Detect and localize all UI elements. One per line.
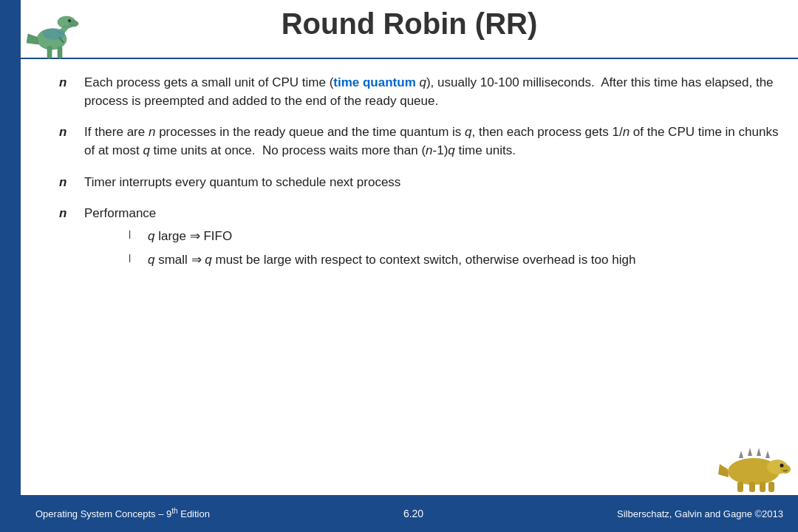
footer-superscript: th xyxy=(171,507,177,515)
bullet-marker-3: n xyxy=(59,174,71,192)
bullet-marker-4: n xyxy=(59,205,71,223)
title-rule xyxy=(21,58,798,59)
bullet-text-2: If there are n processes in the ready qu… xyxy=(84,123,783,160)
svg-marker-16 xyxy=(757,448,761,456)
bullet-text-1: Each process gets a small unit of CPU ti… xyxy=(84,74,783,110)
slide-title: Round Robin (RR) xyxy=(21,7,798,41)
highlight-time-quantum: time quantum xyxy=(333,75,415,89)
sub-bullet-marker-1: l xyxy=(129,228,136,242)
bullet-marker-1: n xyxy=(59,74,71,92)
left-accent-bar xyxy=(0,0,21,532)
footer-left-text: Operating System Concepts – 9th Edition xyxy=(35,507,210,519)
bullet-item-3: n Timer interrupts every quantum to sche… xyxy=(37,174,783,192)
performance-label: Performance xyxy=(84,206,156,220)
slide-title-container: Round Robin (RR) xyxy=(21,7,798,41)
sub-bullet-item-2: l q small ⇒ q must be large with respect… xyxy=(84,251,783,270)
bullet-text-3: Timer interrupts every quantum to schedu… xyxy=(84,174,783,192)
sub-bullet-item-1: l q large ⇒ FIFO xyxy=(84,228,783,246)
slide-content: n Each process gets a small unit of CPU … xyxy=(37,74,783,488)
bullet-text-4: Performance l q large ⇒ FIFO l q small ⇒… xyxy=(84,205,783,276)
bullet-marker-2: n xyxy=(59,123,71,142)
svg-marker-15 xyxy=(748,448,752,456)
svg-rect-20 xyxy=(760,482,765,492)
svg-rect-19 xyxy=(749,482,755,492)
svg-rect-5 xyxy=(47,47,52,58)
bottom-dinosaur-image xyxy=(717,436,791,495)
footer-center-text: 6.20 xyxy=(403,508,423,519)
svg-marker-13 xyxy=(718,464,729,477)
bullet-item-1: n Each process gets a small unit of CPU … xyxy=(37,74,783,110)
sub-bullet-list: l q large ⇒ FIFO l q small ⇒ q must be l… xyxy=(84,228,783,270)
bullet-list: n Each process gets a small unit of CPU … xyxy=(37,74,783,276)
sub-bullet-marker-2: l xyxy=(129,251,136,266)
footer-right-text: Silberschatz, Galvin and Gagne ©2013 xyxy=(617,508,783,519)
sub-bullet-text-2: q small ⇒ q must be large with respect t… xyxy=(148,251,635,270)
svg-rect-21 xyxy=(768,482,774,492)
footer: Operating System Concepts – 9th Edition … xyxy=(21,495,798,532)
bullet-item-2: n If there are n processes in the ready … xyxy=(37,123,783,160)
svg-rect-18 xyxy=(737,482,743,492)
sub-bullet-text-1: q large ⇒ FIFO xyxy=(148,228,232,246)
svg-marker-17 xyxy=(765,451,770,458)
bullet-item-4: n Performance l q large ⇒ FIFO l q small… xyxy=(37,205,783,276)
svg-rect-6 xyxy=(58,47,62,58)
svg-point-22 xyxy=(780,464,784,468)
svg-marker-14 xyxy=(739,451,743,458)
